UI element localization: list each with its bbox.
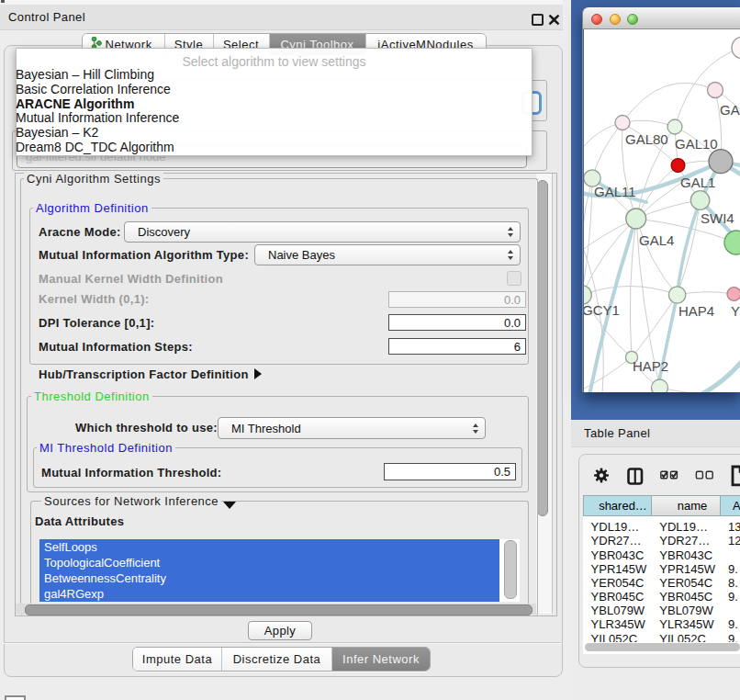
svg-text:GAL80: GAL80	[625, 131, 668, 147]
svg-text:GAL10: GAL10	[675, 136, 718, 152]
svg-text:GCY1: GCY1	[584, 302, 620, 318]
svg-text:GAL: GAL	[720, 102, 740, 118]
svg-text:HAP4: HAP4	[678, 303, 714, 319]
svg-text:GAL4: GAL4	[639, 232, 674, 248]
svg-text:GAL11: GAL11	[594, 184, 636, 199]
svg-text:Y: Y	[731, 303, 740, 319]
svg-text:HAP2: HAP2	[633, 358, 668, 374]
svg-text:GAL1: GAL1	[680, 175, 715, 190]
svg-text:SWI4: SWI4	[701, 210, 734, 226]
